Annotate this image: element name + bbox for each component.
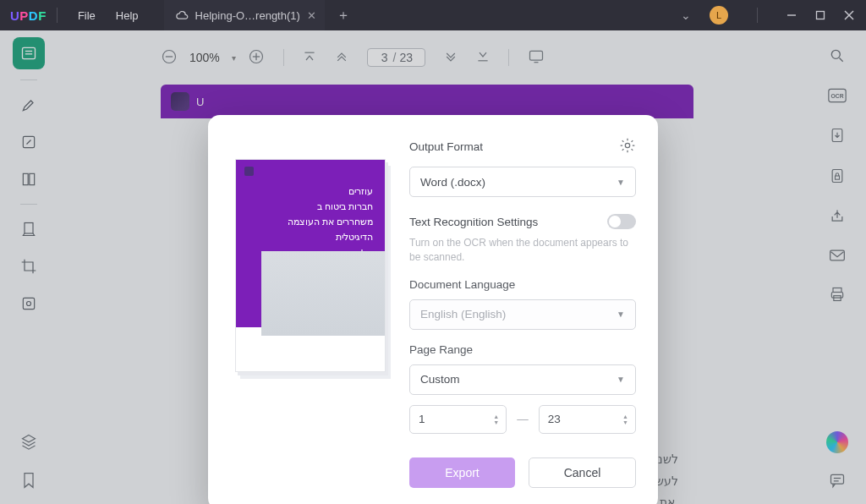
- divider: [57, 8, 58, 23]
- window-close-button[interactable]: [844, 10, 854, 20]
- app-logo: UPDF: [10, 8, 47, 23]
- document-language-value: English (English): [420, 308, 506, 320]
- thumb-logo: [244, 167, 254, 176]
- cloud-icon: [176, 11, 189, 20]
- svg-point-36: [625, 143, 629, 147]
- document-language-select[interactable]: English (English) ▼: [409, 299, 636, 330]
- output-format-label: Output Format: [409, 140, 483, 153]
- page-range-value: Custom: [420, 373, 460, 386]
- range-dash: —: [517, 413, 529, 425]
- range-to-input[interactable]: 23 ▲▼: [539, 405, 636, 434]
- gear-icon: [619, 137, 636, 154]
- cancel-button[interactable]: Cancel: [529, 457, 636, 488]
- chevron-down-icon: ▼: [617, 178, 625, 187]
- stepper-buttons[interactable]: ▲▼: [622, 414, 628, 425]
- output-format-select[interactable]: Word (.docx) ▼: [409, 167, 636, 197]
- dialog-buttons: Export Cancel: [409, 457, 636, 488]
- document-language-label: Document Language: [409, 278, 636, 291]
- tab-close-icon[interactable]: ✕: [307, 9, 316, 22]
- titlebar-right: ⌄ L: [681, 6, 866, 25]
- window-maximize-button[interactable]: [815, 10, 825, 20]
- page-range-label: Page Range: [409, 343, 636, 356]
- thumb-photo: [261, 251, 385, 336]
- main-frame: OCR 100% ▾ 3 / 23: [0, 30, 866, 504]
- dialog-form: Output Format Word (.docx) ▼ Text Recogn…: [409, 137, 636, 488]
- text-recognition-row: Text Recognition Settings: [409, 214, 636, 229]
- tab-title: Helping-O…rength(1): [195, 9, 300, 22]
- page-range-inputs: 1 ▲▼ — 23 ▲▼: [409, 405, 636, 434]
- window-minimize-button[interactable]: [787, 10, 797, 20]
- output-format-value: Word (.docx): [420, 176, 485, 189]
- menu-file[interactable]: File: [68, 9, 106, 22]
- thumb-line-3: משחררים את העוצמה הדיגיטלית: [248, 214, 373, 244]
- tabs-chevron-icon[interactable]: ⌄: [681, 8, 691, 22]
- page-range-select[interactable]: Custom ▼: [409, 364, 636, 395]
- text-recognition-hint: Turn on the OCR when the document appear…: [409, 236, 636, 265]
- svg-rect-1: [817, 12, 825, 19]
- chevron-down-icon: ▼: [617, 375, 625, 384]
- range-from-value: 1: [419, 413, 425, 425]
- range-to-value: 23: [548, 413, 561, 425]
- stepper-buttons[interactable]: ▲▼: [493, 414, 499, 425]
- avatar[interactable]: L: [710, 6, 728, 25]
- document-tab[interactable]: Helping-O…rength(1) ✕: [164, 0, 325, 30]
- text-recognition-label: Text Recognition Settings: [409, 216, 538, 228]
- settings-button[interactable]: [619, 137, 636, 156]
- dialog-preview: עוזרים חברות ביטוח ב משחררים את העוצמה ה…: [230, 137, 391, 488]
- page-thumbnail: עוזרים חברות ביטוח ב משחררים את העוצמה ה…: [235, 159, 386, 372]
- range-from-input[interactable]: 1 ▲▼: [409, 405, 507, 434]
- new-tab-button[interactable]: ＋: [337, 7, 350, 25]
- thumb-line-1: עוזרים: [248, 184, 373, 199]
- titlebar: UPDF File Help Helping-O…rength(1) ✕ ＋ ⌄…: [0, 0, 866, 30]
- export-dialog: עוזרים חברות ביטוח ב משחררים את העוצמה ה…: [208, 115, 658, 504]
- divider: [757, 8, 758, 23]
- text-recognition-toggle[interactable]: [607, 214, 636, 229]
- menu-help[interactable]: Help: [106, 9, 149, 22]
- thumb-line-2: חברות ביטוח ב: [248, 199, 373, 214]
- output-format-header: Output Format: [409, 137, 636, 156]
- chevron-down-icon: ▼: [617, 310, 625, 319]
- export-button[interactable]: Export: [409, 457, 515, 488]
